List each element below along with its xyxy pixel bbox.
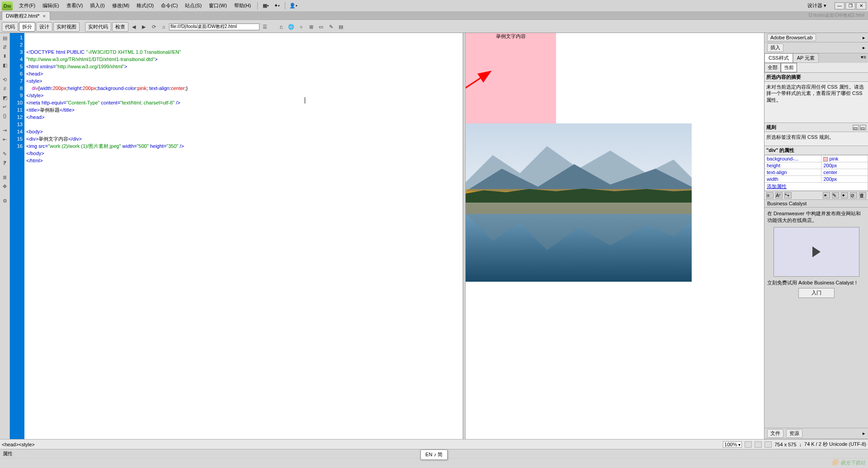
- design-view-button[interactable]: 设计: [36, 22, 52, 32]
- preview-div-box[interactable]: 举例文字内容: [466, 33, 556, 123]
- inspect-button[interactable]: 检查: [112, 22, 128, 32]
- vtool-snippet-icon[interactable]: ✎: [1, 150, 9, 158]
- live-view-button[interactable]: 实时视图: [53, 22, 80, 32]
- document-tab[interactable]: DW教程2.html* ✕: [2, 11, 50, 20]
- css-current-button[interactable]: 当前: [781, 63, 797, 72]
- css-link-icon[interactable]: ⚭: [823, 192, 830, 199]
- menu-item[interactable]: 格式(O): [133, 1, 157, 10]
- menu-item[interactable]: 查看(V): [63, 1, 87, 10]
- rule-icon-1[interactable]: ▭: [853, 125, 859, 130]
- menu-item[interactable]: 编辑(E): [39, 1, 63, 10]
- panels-sidebar: Adobe BrowserLab▸ 插入▸ CSS样式 AP 元素 ▾≡ 全部 …: [764, 33, 868, 439]
- menu-item[interactable]: 文件(F): [15, 1, 39, 10]
- files-panel-tab[interactable]: 文件 资源 ▸: [764, 428, 868, 439]
- back-icon[interactable]: ◀: [129, 22, 138, 31]
- rule-icon-2[interactable]: ▭: [860, 125, 866, 130]
- vtool-balance-icon[interactable]: ⟲: [1, 76, 9, 84]
- svg-rect-10: [466, 203, 692, 214]
- menu-item[interactable]: 命令(C): [157, 1, 181, 10]
- user-icon[interactable]: 👤▾: [289, 2, 297, 10]
- menu-item[interactable]: 修改(M): [108, 1, 133, 10]
- css-mode-icon-2[interactable]: Aᶻ: [775, 192, 783, 199]
- browserlab-panel-tab[interactable]: Adobe BrowserLab▸: [764, 33, 868, 43]
- bc-video-thumb[interactable]: [774, 227, 859, 277]
- css-edit-icon[interactable]: ✦: [841, 192, 848, 199]
- vtool-indent-icon[interactable]: ⇥: [1, 126, 9, 134]
- menu-item[interactable]: 帮助(H): [231, 1, 255, 10]
- tab-close-icon[interactable]: ✕: [42, 14, 46, 19]
- select-tool-icon[interactable]: [755, 441, 762, 448]
- extensions-icon[interactable]: ✦▾: [273, 2, 281, 10]
- vtool-wrap-icon[interactable]: ↵: [1, 103, 9, 111]
- panel-menu-icon[interactable]: ▾≡: [859, 53, 868, 63]
- vtool-highlight-icon[interactable]: ◩: [1, 94, 9, 102]
- vertical-toolbar: ▤ ⇵ ⬍ ◧ ⟲ # ◩ ↵ {} ⇥ ⇤ ✎ ⁋ ≣ ✥ ⚙: [0, 33, 10, 439]
- viewport-dims: 754 x 575: [774, 442, 796, 447]
- minimize-button[interactable]: —: [835, 2, 844, 9]
- menu-item[interactable]: 站点(S): [181, 1, 205, 10]
- css-all-button[interactable]: 全部: [764, 63, 781, 72]
- css-icon-row: ≡ Aᶻ *+ ⚭ ✎ ✦ ⊘ 🗑: [764, 191, 868, 199]
- css-panel-tabs: CSS样式 AP 元素 ▾≡: [764, 53, 868, 63]
- css-trash-icon[interactable]: 🗑: [859, 192, 866, 199]
- browser-preview-icon[interactable]: 🌐: [287, 22, 296, 31]
- ap-elements-tab[interactable]: AP 元素: [793, 53, 819, 63]
- menu-item[interactable]: 插入(I): [86, 1, 108, 10]
- vtool-move-icon[interactable]: ✥: [1, 182, 9, 190]
- vtool-outdent-icon[interactable]: ⇤: [1, 135, 9, 143]
- props-header: "div" 的属性: [764, 146, 868, 155]
- preview-image[interactable]: [466, 123, 692, 282]
- bc-start-button[interactable]: 入门: [798, 288, 835, 298]
- tool-icon-7[interactable]: ▤: [336, 22, 345, 31]
- page-info: 74 K / 2 秒 Unicode (UTF-8): [804, 441, 866, 448]
- list-icon[interactable]: ☰: [260, 22, 269, 31]
- tool-icon-3[interactable]: ⟐: [297, 22, 306, 31]
- tag-selector[interactable]: <head><style> 100% ▾ 754 x 575 ↓ 74 K / …: [0, 439, 868, 449]
- designer-dropdown[interactable]: 设计器 ▾: [804, 0, 830, 11]
- css-mode-icon-3[interactable]: *+: [784, 192, 792, 199]
- address-bar[interactable]: [169, 24, 259, 30]
- app-logo: Dw: [2, 1, 13, 10]
- close-button[interactable]: ✕: [856, 2, 866, 9]
- tool-icon-5[interactable]: ▭: [316, 22, 326, 31]
- ime-indicator[interactable]: EN ♪ 简: [420, 449, 448, 460]
- css-mode-icon-1[interactable]: ≡: [766, 192, 774, 199]
- css-styles-tab[interactable]: CSS样式: [764, 53, 793, 63]
- vtool-syntax-icon[interactable]: {}: [1, 112, 9, 120]
- bc-header[interactable]: Business Catalyst: [764, 199, 868, 208]
- css-disable-icon[interactable]: ⊘: [850, 192, 857, 199]
- document-path: D:\tools\桌面\DW教程2.html: [809, 12, 864, 19]
- split-view-button[interactable]: 拆分: [19, 22, 35, 32]
- vtool-select-parent-icon[interactable]: ◧: [1, 61, 9, 69]
- tool-icon-1[interactable]: ⎌: [277, 22, 286, 31]
- code-view-button[interactable]: 代码: [2, 22, 18, 32]
- zoom-tool-icon[interactable]: [764, 441, 772, 448]
- tool-icon-4[interactable]: ⊞: [307, 22, 316, 31]
- tool-icon-6[interactable]: ✎: [326, 22, 335, 31]
- refresh-icon[interactable]: ⟳: [149, 22, 158, 31]
- vtool-line-numbers-icon[interactable]: #: [1, 85, 9, 93]
- vtool-collapse-icon[interactable]: ⇵: [1, 43, 9, 51]
- menu-item[interactable]: 窗口(W): [205, 1, 231, 10]
- maximize-button[interactable]: ❐: [845, 2, 855, 9]
- vtool-recent-icon[interactable]: ≣: [1, 173, 9, 181]
- live-code-button[interactable]: 实时代码: [85, 22, 111, 32]
- layout-icon[interactable]: ▦▾: [262, 2, 270, 10]
- add-property-link[interactable]: 添加属性: [767, 184, 787, 189]
- code-editor[interactable]: <!DOCTYPE html PUBLIC "-//W3C//DTD XHTML…: [24, 33, 463, 439]
- forward-icon[interactable]: ▶: [139, 22, 148, 31]
- rules-body: 所选标签没有应用 CSS 规则。: [764, 132, 868, 146]
- design-preview[interactable]: 举例文字内容: [466, 33, 764, 439]
- insert-panel-tab[interactable]: 插入▸: [764, 43, 868, 53]
- vtool-format-icon[interactable]: ⚙: [1, 197, 9, 205]
- watermark: 🔆 极光下载站: [831, 459, 865, 466]
- home-icon[interactable]: ⌂: [159, 22, 168, 31]
- zoom-select[interactable]: 100% ▾: [723, 441, 742, 448]
- text-cursor: [305, 97, 305, 104]
- vtool-open-icon[interactable]: ▤: [1, 34, 9, 42]
- hand-tool-icon[interactable]: [745, 441, 752, 448]
- vtool-expand-icon[interactable]: ⬍: [1, 52, 9, 60]
- props-table[interactable]: background-...pinkheight200pxtext-alignc…: [764, 155, 868, 191]
- vtool-comment-icon[interactable]: ⁋: [1, 159, 9, 167]
- css-new-icon[interactable]: ✎: [832, 192, 839, 199]
